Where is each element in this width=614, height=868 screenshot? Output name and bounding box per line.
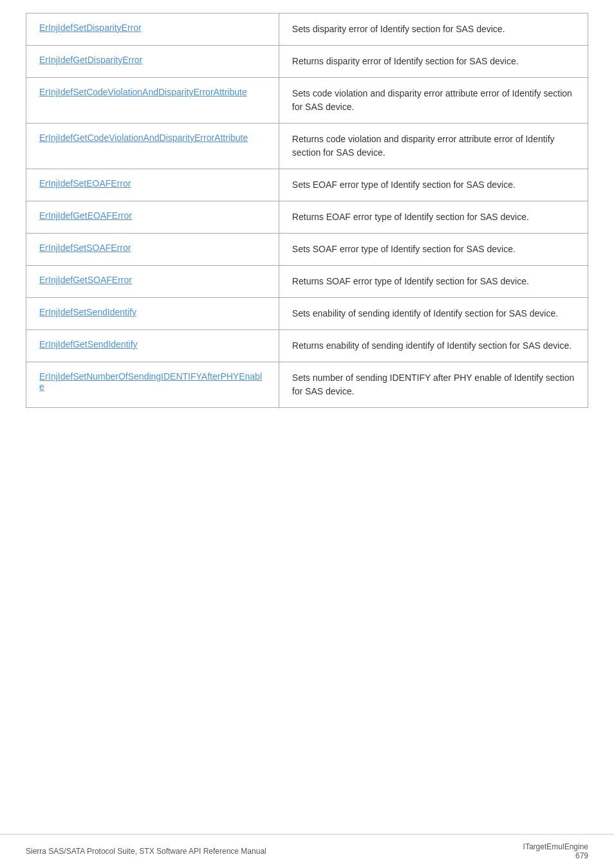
api-link-get-code-violation-disparity-att[interactable]: ErInjIdefGetCodeViolationAndDisparityErr… xyxy=(39,133,248,143)
table-row: ErInjIdefGetDisparityErrorReturns dispar… xyxy=(26,46,588,78)
page-content: ErInjIdefSetDisparityErrorSets disparity… xyxy=(0,0,614,834)
api-link-get-send-identify[interactable]: ErInjIdefGetSendIdentify xyxy=(39,339,138,349)
table-row: ErInjIdefGetSendIdentifyReturns enabilit… xyxy=(26,330,588,362)
api-link-cell: ErInjIdefSetNumberOfSendingIDENTIFYAfter… xyxy=(26,362,279,408)
description-text: Sets SOAF error type of Identify section… xyxy=(292,243,575,256)
table-row: ErInjIdefSetNumberOfSendingIDENTIFYAfter… xyxy=(26,362,588,408)
api-description-cell: Returns disparity error of Identify sect… xyxy=(279,46,588,78)
description-text: Returns EOAF error type of Identify sect… xyxy=(292,210,575,224)
page-footer: Sierra SAS/SATA Protocol Suite, STX Soft… xyxy=(0,834,614,868)
api-link-set-eoaf-error[interactable]: ErInjIdefSetEOAFError xyxy=(39,178,131,189)
description-text: Returns disparity error of Identify sect… xyxy=(292,55,575,68)
description-text: Sets disparity error of Identify section… xyxy=(292,23,575,36)
api-description-cell: Sets number of sending IDENTIFY after PH… xyxy=(279,362,588,408)
api-link-cell: ErInjIdefGetDisparityError xyxy=(26,46,279,78)
api-description-cell: Sets EOAF error type of Identify section… xyxy=(279,169,588,201)
api-description-cell: Returns SOAF error type of Identify sect… xyxy=(279,266,588,298)
api-description-cell: Sets SOAF error type of Identify section… xyxy=(279,234,588,266)
api-description-cell: Returns code violation and disparity err… xyxy=(279,124,588,169)
table-row: ErInjIdefSetDisparityErrorSets disparity… xyxy=(26,14,588,46)
description-text: Sets enability of sending identify of Id… xyxy=(292,307,575,320)
footer-right: ITargetEmulEngine 679 xyxy=(523,842,588,860)
api-link-cell: ErInjIdefSetEOAFError xyxy=(26,169,279,201)
api-link-cell: ErInjIdefGetEOAFError xyxy=(26,201,279,234)
table-row: ErInjIdefSetEOAFErrorSets EOAF error typ… xyxy=(26,169,588,201)
footer-title: ITargetEmulEngine xyxy=(523,842,588,851)
description-text: Returns SOAF error type of Identify sect… xyxy=(292,275,575,288)
table-row: ErInjIdefSetCodeViolationAndDisparityErr… xyxy=(26,78,588,124)
api-link-cell: ErInjIdefSetSendIdentify xyxy=(26,298,279,330)
api-description-cell: Returns EOAF error type of Identify sect… xyxy=(279,201,588,234)
api-link-cell: ErInjIdefGetSOAFError xyxy=(26,266,279,298)
api-link-set-send-identify[interactable]: ErInjIdefSetSendIdentify xyxy=(39,307,136,317)
description-text: Sets EOAF error type of Identify section… xyxy=(292,178,575,192)
footer-page: 679 xyxy=(523,851,588,860)
footer-left-text: Sierra SAS/SATA Protocol Suite, STX Soft… xyxy=(26,847,266,856)
api-table: ErInjIdefSetDisparityErrorSets disparity… xyxy=(26,13,588,408)
description-text: Sets number of sending IDENTIFY after PH… xyxy=(292,371,575,398)
api-link-set-soaf-error[interactable]: ErInjIdefSetSOAFError xyxy=(39,243,131,253)
table-row: ErInjIdefGetCodeViolationAndDisparityErr… xyxy=(26,124,588,169)
api-description-cell: Sets disparity error of Identify section… xyxy=(279,14,588,46)
api-link-cell: ErInjIdefGetCodeViolationAndDisparityErr… xyxy=(26,124,279,169)
table-row: ErInjIdefSetSOAFErrorSets SOAF error typ… xyxy=(26,234,588,266)
description-text: Sets code violation and disparity error … xyxy=(292,87,575,114)
api-link-set-disparity-error[interactable]: ErInjIdefSetDisparityError xyxy=(39,23,142,33)
api-link-get-disparity-error[interactable]: ErInjIdefGetDisparityError xyxy=(39,55,142,65)
description-text: Returns enability of sending identify of… xyxy=(292,339,575,353)
description-text: Returns code violation and disparity err… xyxy=(292,133,575,160)
api-link-get-eoaf-error[interactable]: ErInjIdefGetEOAFError xyxy=(39,210,132,221)
api-link-cell: ErInjIdefGetSendIdentify xyxy=(26,330,279,362)
api-link-cell: ErInjIdefSetCodeViolationAndDisparityErr… xyxy=(26,78,279,124)
api-link-cell: ErInjIdefSetDisparityError xyxy=(26,14,279,46)
table-row: ErInjIdefGetSOAFErrorReturns SOAF error … xyxy=(26,266,588,298)
table-row: ErInjIdefSetSendIdentifySets enability o… xyxy=(26,298,588,330)
table-row: ErInjIdefGetEOAFErrorReturns EOAF error … xyxy=(26,201,588,234)
api-link-cell: ErInjIdefSetSOAFError xyxy=(26,234,279,266)
api-link-get-soaf-error[interactable]: ErInjIdefGetSOAFError xyxy=(39,275,132,285)
api-link-set-code-violation-disparity-att[interactable]: ErInjIdefSetCodeViolationAndDisparityErr… xyxy=(39,87,247,97)
api-description-cell: Returns enability of sending identify of… xyxy=(279,330,588,362)
api-link-set-number-sending-identify[interactable]: ErInjIdefSetNumberOfSendingIDENTIFYAfter… xyxy=(39,371,262,392)
api-description-cell: Sets enability of sending identify of Id… xyxy=(279,298,588,330)
api-description-cell: Sets code violation and disparity error … xyxy=(279,78,588,124)
